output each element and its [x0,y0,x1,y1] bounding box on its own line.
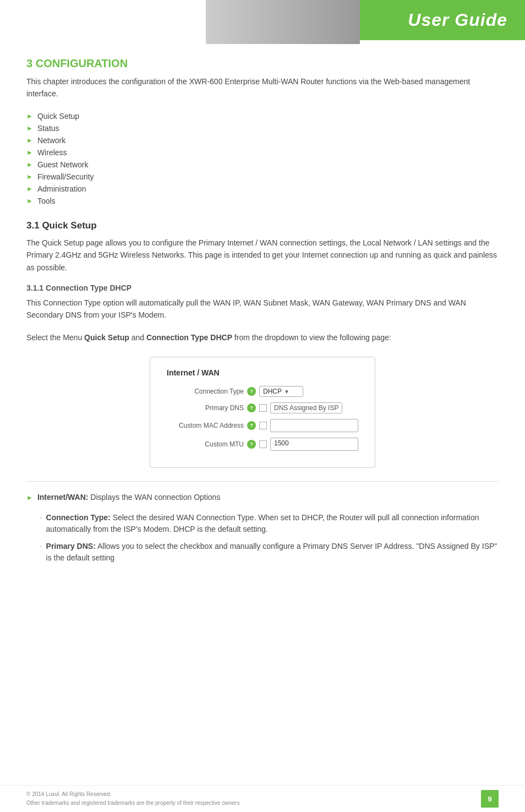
list-item: ► Guest Network [26,159,499,171]
trademark-text: Other trademarks and registered trademar… [26,799,239,808]
nav-item-label: Network [37,136,65,145]
custom-mac-address-row: Custom MAC Address ? [167,419,358,432]
subsection-31-heading: 3.1 Quick Setup [26,220,499,231]
copyright-text: © 2014 Luxul. All Rights Reserved. [26,790,239,799]
primary-dns-value: DNS Assigned By ISP [270,402,342,413]
circle-arrow-icon: ◦ [40,542,42,551]
primary-dns-row: Primary DNS ? DNS Assigned By ISP [167,402,358,413]
sub-bullet-text: Primary DNS: Allows you to select the ch… [46,541,499,564]
arrow-icon: ► [26,161,33,168]
page-footer: © 2014 Luxul. All Rights Reserved. Other… [0,785,525,812]
nav-item-label: Tools [37,197,56,205]
section-divider [26,481,499,482]
primary-dns-checkbox[interactable] [259,404,267,412]
custom-mac-info-icon: ? [247,421,256,430]
list-item: ► Tools [26,195,499,207]
bullet-text: Internet/WAN: Displays the WAN connectio… [37,492,220,503]
widget-container: Internet / WAN Connection Type ? DHCP ▼ … [26,357,499,468]
nav-item-label: Administration [37,184,86,193]
nav-item-label: Guest Network [37,160,89,169]
main-content: 3 CONFIGURATION This chapter introduces … [0,44,525,613]
connection-type-label: Connection Type [167,388,244,395]
subsubsection-311-desc: This Connection Type option will automat… [26,297,499,321]
internet-wan-widget: Internet / WAN Connection Type ? DHCP ▼ … [150,357,375,468]
sub-bullet-label: Connection Type: [46,513,111,522]
arrow-icon: ► [26,185,33,193]
dropdown-arrow-icon: ▼ [284,389,289,395]
description-list: ► Internet/WAN: Displays the WAN connect… [26,492,499,503]
custom-mac-address-label: Custom MAC Address [167,422,244,429]
list-item: ► Administration [26,183,499,195]
page-header: User Guide [0,0,525,44]
arrow-icon: ► [26,197,33,205]
nav-item-label: Quick Setup [37,112,79,121]
page-title: User Guide [408,10,507,30]
select-menu-instruction: Select the Menu Quick Setup and Connecti… [26,331,499,344]
custom-mac-checkbox[interactable] [259,422,267,429]
widget-title: Internet / WAN [167,368,358,377]
bullet-label: Internet/WAN: [37,493,89,502]
connection-type-row: Connection Type ? DHCP ▼ [167,386,358,397]
header-gray-bar [206,0,360,44]
custom-mtu-label: Custom MTU [167,440,244,448]
arrow-icon: ► [26,137,33,144]
list-item-primary-dns: ◦ Primary DNS: Allows you to select the … [40,541,499,564]
section-3-intro: This chapter introduces the configuratio… [26,75,499,100]
nav-item-label: Wireless [37,148,67,157]
arrow-icon: ► [26,493,33,503]
arrow-icon: ► [26,149,33,156]
connection-type-info-icon: ? [247,387,256,396]
list-item-internet-wan: ► Internet/WAN: Displays the WAN connect… [26,492,499,503]
custom-mtu-input[interactable]: 1500 [270,438,358,451]
connection-type-value: DHCP [263,388,282,395]
nav-item-label: Firewall/Security [37,172,94,181]
custom-mtu-row: Custom MTU ? 1500 [167,438,358,451]
arrow-icon: ► [26,124,33,132]
nav-list: ► Quick Setup ► Status ► Network ► Wirel… [26,110,499,207]
connection-type-select[interactable]: DHCP ▼ [259,386,303,397]
list-item-connection-type: ◦ Connection Type: Select the desired WA… [40,512,499,535]
custom-mtu-checkbox[interactable] [259,440,267,448]
primary-dns-info-icon: ? [247,404,256,412]
list-item: ► Quick Setup [26,110,499,122]
list-item: ► Wireless [26,146,499,159]
arrow-icon: ► [26,112,33,120]
section-3-heading: 3 CONFIGURATION [26,57,499,70]
footer-left: © 2014 Luxul. All Rights Reserved. Other… [26,790,239,808]
header-title-box: User Guide [360,0,525,40]
sub-description-list: ◦ Connection Type: Select the desired WA… [40,512,499,564]
circle-arrow-icon: ◦ [40,514,42,522]
list-item: ► Network [26,134,499,146]
sub-bullet-label: Primary DNS: [46,542,96,551]
arrow-icon: ► [26,173,33,181]
list-item: ► Firewall/Security [26,171,499,183]
subsubsection-311-heading: 3.1.1 Connection Type DHCP [26,284,499,292]
subsection-31-desc: The Quick Setup page allows you to confi… [26,237,499,274]
custom-mtu-info-icon: ? [247,440,256,449]
list-item: ► Status [26,122,499,134]
custom-mac-input[interactable] [270,419,358,432]
primary-dns-label: Primary DNS [167,404,244,412]
sub-bullet-text: Connection Type: Select the desired WAN … [46,512,499,535]
page-number: 9 [481,790,499,808]
nav-item-label: Status [37,124,59,133]
